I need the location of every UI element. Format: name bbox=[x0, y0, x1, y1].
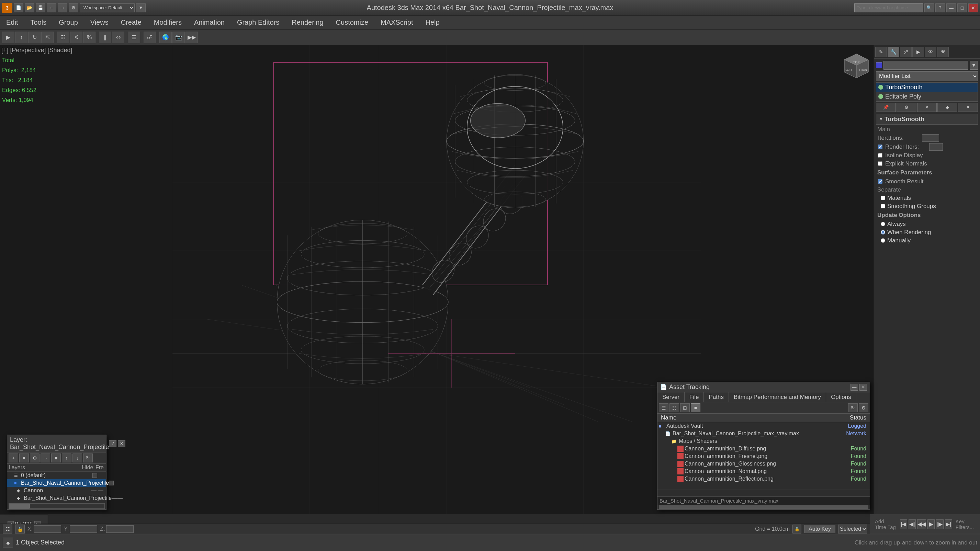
move-btn[interactable]: ↕ bbox=[15, 32, 27, 43]
render-setup-btn[interactable]: 📷 bbox=[172, 32, 185, 43]
manually-radio[interactable] bbox=[881, 238, 885, 243]
workspace-dropdown[interactable]: Workspace: Default bbox=[80, 3, 135, 13]
utilities-tab[interactable]: ⚒ bbox=[937, 47, 949, 57]
smoothing-groups-checkbox[interactable] bbox=[881, 204, 885, 208]
scale-btn[interactable]: ⇱ bbox=[41, 32, 54, 43]
make-unique-btn[interactable]: ◆ bbox=[937, 103, 957, 112]
render-iters-checkbox[interactable] bbox=[878, 144, 883, 149]
layers-add-sel-btn[interactable]: → bbox=[41, 454, 50, 462]
asset-panel-minimize-btn[interactable]: — bbox=[851, 384, 858, 391]
nav-cube[interactable]: TOP LEFT FRONT bbox=[843, 52, 870, 79]
goto-end-btn[interactable]: ▶| bbox=[945, 519, 952, 529]
when-rendering-radio[interactable] bbox=[881, 230, 885, 235]
modifier-list-dropdown[interactable]: Modifier List bbox=[876, 71, 978, 81]
motion-tab[interactable]: ▶ bbox=[912, 47, 924, 57]
asset-panel-close-btn[interactable]: ✕ bbox=[859, 384, 867, 391]
layer-check-barshot[interactable] bbox=[109, 481, 114, 486]
menu-graph-editors[interactable]: Graph Editors bbox=[231, 16, 285, 29]
menu-help[interactable]: Help bbox=[419, 16, 446, 29]
layer-btn[interactable]: ☰ bbox=[128, 32, 140, 43]
menu-tools[interactable]: Tools bbox=[24, 16, 52, 29]
iterations-input[interactable]: 0 bbox=[922, 134, 939, 142]
layers-scrollbar[interactable] bbox=[9, 503, 105, 509]
open-btn[interactable]: 📂 bbox=[25, 3, 34, 13]
asset-tab-file[interactable]: File bbox=[684, 392, 704, 402]
layer-item-default[interactable]: ☰ 0 (default) bbox=[7, 472, 106, 479]
asset-maps-shaders[interactable]: 📁 Maps / Shaders bbox=[657, 437, 870, 445]
modifier-editablepoly-stack[interactable]: Editable Poly bbox=[876, 92, 978, 101]
config-modifier-btn[interactable]: ⚙ bbox=[897, 103, 916, 112]
display-tab[interactable]: 👁 bbox=[925, 47, 936, 57]
asset-tab-options[interactable]: Options bbox=[826, 392, 856, 402]
object-color-swatch[interactable] bbox=[876, 62, 882, 68]
prev-frame-btn[interactable]: ◀| bbox=[908, 519, 916, 529]
select-btn[interactable]: ▶ bbox=[2, 32, 14, 43]
new-btn[interactable]: 📄 bbox=[14, 3, 23, 13]
next-frame-btn[interactable]: |▶ bbox=[936, 519, 943, 529]
y-input[interactable]: 20.125cm bbox=[70, 525, 97, 533]
layers-new-btn[interactable]: + bbox=[9, 454, 18, 462]
asset-detail-view-btn[interactable]: ☷ bbox=[670, 403, 679, 412]
undo-btn[interactable]: ← bbox=[47, 3, 56, 13]
autokey-dropdown[interactable]: Selected bbox=[838, 524, 867, 534]
hierarchy-tab[interactable]: ☍ bbox=[900, 47, 912, 57]
mirror-btn[interactable]: ∥ bbox=[99, 32, 111, 43]
object-name-input[interactable]: Cannon bbox=[883, 61, 968, 70]
modifier-turbosmoothstack[interactable]: TurboSmooth bbox=[876, 83, 978, 92]
curve-editor-btn[interactable]: ☍ bbox=[143, 32, 156, 43]
asset-settings-btn[interactable]: ⚙ bbox=[859, 403, 869, 412]
menu-create[interactable]: Create bbox=[115, 16, 148, 29]
explicit-normals-checkbox[interactable] bbox=[878, 161, 883, 166]
menu-customize[interactable]: Customize bbox=[330, 16, 374, 29]
lock-btn[interactable]: 🔒 bbox=[15, 524, 25, 534]
layer-check-default[interactable] bbox=[92, 473, 97, 478]
layers-refresh-btn[interactable]: ↻ bbox=[83, 454, 93, 462]
layers-down-btn[interactable]: ↓ bbox=[73, 454, 82, 462]
layers-sel-btn[interactable]: ■ bbox=[51, 454, 61, 462]
material-editor-btn[interactable]: 🌎 bbox=[159, 32, 172, 43]
turbosmooth-section-header[interactable]: ▼ TurboSmooth bbox=[876, 114, 978, 125]
asset-normal[interactable]: Cannon_ammunition_Normal.png Found bbox=[657, 468, 870, 475]
asset-glossiness[interactable]: Cannon_ammunition_Glossiness.png Found bbox=[657, 460, 870, 468]
close-btn[interactable]: ✕ bbox=[968, 3, 978, 13]
isoline-checkbox[interactable] bbox=[878, 153, 883, 157]
snap-btn[interactable]: ☷ bbox=[57, 32, 69, 43]
save-btn[interactable]: 💾 bbox=[36, 3, 45, 13]
layer-item-cannon[interactable]: ◆ Cannon — — bbox=[7, 487, 106, 494]
layers-scrollbar-thumb[interactable] bbox=[9, 503, 30, 508]
layers-up-btn[interactable]: ↑ bbox=[62, 454, 72, 462]
help-btn[interactable]: ? bbox=[935, 3, 945, 13]
layers-panel-close-btn[interactable]: ✕ bbox=[118, 440, 126, 447]
x-input[interactable]: 5.668cm bbox=[33, 525, 61, 533]
create-tab[interactable]: ✎ bbox=[875, 47, 887, 57]
key-filters-label[interactable]: Key Filters... bbox=[953, 518, 977, 530]
materials-checkbox[interactable] bbox=[881, 196, 885, 200]
search-btn[interactable]: 🔍 bbox=[924, 3, 934, 13]
play-reverse-btn[interactable]: ◀◀ bbox=[917, 519, 926, 529]
layer-item-barshot2[interactable]: ◆ Bar_Shot_Naval_Cannon_Projectile — — bbox=[7, 494, 106, 502]
angle-snap-btn[interactable]: ∢ bbox=[70, 32, 83, 43]
z-input[interactable]: 0.0cm bbox=[106, 525, 134, 533]
create-key-btn[interactable]: ◆ bbox=[3, 538, 13, 548]
asset-fresnel[interactable]: Cannon_ammunition_Fresnel.png Found bbox=[657, 453, 870, 460]
asset-tab-server[interactable]: Server bbox=[657, 392, 684, 402]
menu-animation[interactable]: Animation bbox=[188, 16, 231, 29]
asset-reflection[interactable]: Cannon_ammunition_Reflection.png Found bbox=[657, 475, 870, 483]
object-name-arrow[interactable]: ▼ bbox=[970, 61, 978, 70]
asset-diffuse[interactable]: Cannon_ammunition_Diffuse.png Found bbox=[657, 445, 870, 453]
redo-btn[interactable]: → bbox=[58, 3, 67, 13]
layers-delete-btn[interactable]: ✕ bbox=[19, 454, 29, 462]
percent-snap-btn[interactable]: % bbox=[83, 32, 95, 43]
rotate-btn[interactable]: ↻ bbox=[28, 32, 41, 43]
pin-stack-btn[interactable]: 📌 bbox=[876, 103, 896, 112]
goto-start-btn[interactable]: |◀ bbox=[900, 519, 907, 529]
asset-grid-view-btn[interactable]: ⊞ bbox=[680, 403, 690, 412]
always-radio[interactable] bbox=[881, 222, 885, 226]
layers-properties-btn[interactable]: ⚙ bbox=[30, 454, 40, 462]
asset-refresh-btn[interactable]: ↻ bbox=[848, 403, 858, 412]
menu-maxscript[interactable]: MAXScript bbox=[374, 16, 419, 29]
menu-group[interactable]: Group bbox=[52, 16, 84, 29]
align-btn[interactable]: ⇔ bbox=[112, 32, 124, 43]
layer-item-barshot[interactable]: ■ Bar_Shot_Naval_Cannon_Projectile bbox=[7, 479, 106, 487]
asset-max-file[interactable]: 📄 Bar_Shot_Naval_Cannon_Projectile_max_v… bbox=[657, 430, 870, 437]
